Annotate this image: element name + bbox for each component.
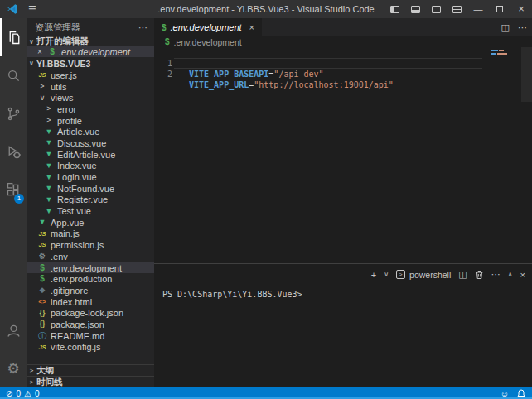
code-line-2: 2 VITE_APP_URL="http://localhost:19001/a… (154, 58, 532, 69)
code-editor[interactable]: 1 VITE_APP_BASEAPI="/api-dev" 2 VITE_APP… (154, 47, 532, 263)
editor-group: $ .env.development × ◫ ⋯ $ .env.developm… (154, 18, 532, 387)
shell-file-icon: $ (165, 37, 170, 46)
vue-icon: ▼ (43, 139, 55, 147)
vue-icon: ▼ (43, 174, 55, 181)
vscode-logo-icon (7, 3, 18, 15)
shell-icon: $ (36, 275, 48, 283)
minimap[interactable] (521, 47, 532, 102)
more-actions-icon[interactable]: ⋯ (138, 22, 148, 33)
json-icon: {} (36, 320, 48, 328)
vue-icon: ▼ (43, 185, 55, 192)
settings-gear-icon[interactable]: ⚙ (0, 349, 27, 387)
close-icon[interactable]: × (37, 47, 47, 56)
outline-section[interactable]: > 大纲 (27, 364, 154, 376)
url-link[interactable]: http://localhost:19001/api (259, 80, 389, 89)
js-icon: JS (36, 72, 48, 79)
chevron-right-icon: > (27, 367, 36, 374)
timeline-section[interactable]: > 时间线 (27, 376, 154, 387)
extensions-badge: 1 (14, 194, 24, 204)
minimap-marks (491, 50, 514, 56)
split-editor-icon[interactable]: ◫ (501, 22, 510, 33)
tree-item[interactable]: ⚙ .env (27, 251, 154, 262)
tree-item[interactable]: {} package.json (27, 319, 154, 330)
open-editor-label: .env.development (59, 47, 130, 57)
tree-item[interactable]: ▼ Register.vue (27, 195, 154, 206)
tree-item[interactable]: ▼ Article.vue (27, 126, 154, 137)
tree-item[interactable]: $ .env.production (27, 273, 154, 285)
explorer-icon[interactable] (0, 18, 27, 56)
tree-item[interactable]: ▼ EditArticle.vue (27, 149, 154, 161)
vue-icon: ▼ (43, 208, 55, 215)
shell-file-icon: $ (162, 23, 167, 32)
tree-item[interactable]: ▼ NotFound.vue (27, 183, 154, 195)
more-actions-icon[interactable]: ⋯ (518, 22, 527, 33)
more-actions-icon[interactable]: ⋯ (491, 269, 501, 280)
launch-profile-chevron-icon[interactable]: ∨ (384, 271, 389, 278)
tree-item[interactable]: <> index.html (27, 296, 154, 308)
tree-item[interactable]: > profile (27, 115, 154, 127)
tree-item[interactable]: ▼ Discuss.vue (27, 137, 154, 149)
breadcrumb-label: .env.development (174, 37, 242, 47)
menu-icon[interactable]: ☰ (28, 4, 36, 15)
account-icon[interactable] (0, 311, 27, 349)
project-root-folder[interactable]: ∨ YI.BBS.VUE3 (27, 57, 154, 70)
open-editor-item[interactable]: × $ .env.development (27, 46, 154, 57)
folder-collapsed-icon: > (43, 117, 55, 124)
tree-item[interactable]: > utils (27, 81, 154, 93)
shell-icon: $ (36, 264, 48, 272)
vue-icon: ▼ (43, 128, 55, 136)
kill-terminal-icon[interactable] (475, 270, 484, 280)
extensions-icon[interactable]: 1 (0, 171, 27, 209)
tree-item[interactable]: ▼ Login.vue (27, 171, 154, 183)
info-icon: ⓘ (36, 332, 48, 340)
explorer-sidebar: 资源管理器 ⋯ ∨ 打开的编辑器 × $ .env.development ∨ … (27, 18, 154, 387)
tree-item[interactable]: JS vite.config.js (27, 342, 154, 353)
split-terminal-icon[interactable]: ◫ (458, 269, 467, 280)
powershell-icon: > (396, 270, 405, 279)
tree-item[interactable]: $ .env.development (27, 262, 154, 274)
vscode-window: ☰ .env.development - Yi.BBS.Vue3 - Visua… (0, 0, 532, 399)
chevron-down-icon: ∨ (27, 38, 36, 46)
maximize-panel-icon[interactable]: ∧ (508, 271, 513, 278)
html-icon: <> (36, 299, 48, 305)
tree-item[interactable]: > error (27, 103, 154, 115)
maximize-button[interactable] (489, 0, 510, 18)
js-icon: JS (36, 242, 48, 248)
close-panel-icon[interactable]: × (520, 270, 525, 280)
tree-item[interactable]: ▼ App.vue (27, 217, 154, 228)
toggle-panel-icon[interactable] (411, 6, 420, 13)
file-tree: JS user.js > utils ∨ views > error > pro… (27, 70, 154, 353)
new-terminal-icon[interactable]: + (371, 270, 376, 280)
tree-item[interactable]: ◆ .gitignore (27, 285, 154, 296)
terminal-shell-name[interactable]: powershell (409, 270, 451, 280)
minimize-button[interactable]: — (467, 0, 489, 18)
tree-item[interactable]: ∨ views (27, 92, 154, 103)
toggle-secondary-sidebar-icon[interactable] (432, 6, 441, 13)
breadcrumb[interactable]: $ .env.development (154, 36, 532, 47)
js-icon: JS (36, 231, 48, 238)
folder-collapsed-icon: > (43, 105, 55, 113)
bottom-panel: + ∨ > powershell ◫ ⋯ ∧ × PS D:\CSharp\Yi… (154, 263, 532, 387)
close-window-button[interactable]: × (510, 0, 532, 18)
tree-item[interactable]: {} package-lock.json (27, 307, 154, 319)
source-control-icon[interactable] (0, 94, 27, 132)
tree-item[interactable]: ⓘ README.md (27, 330, 154, 342)
search-icon[interactable] (0, 56, 27, 94)
close-tab-icon[interactable]: × (249, 22, 254, 32)
shell-file-icon: $ (47, 47, 57, 56)
title-bar: ☰ .env.development - Yi.BBS.Vue3 - Visua… (0, 0, 532, 18)
customize-layout-icon[interactable] (452, 6, 462, 13)
run-and-debug-icon[interactable] (0, 132, 27, 171)
toggle-sidebar-icon[interactable] (390, 6, 399, 13)
terminal-prompt[interactable]: PS D:\CSharp\Yi\Yi.BBS.Vue3> (162, 290, 302, 299)
tree-item[interactable]: ▼ Index.vue (27, 161, 154, 172)
tree-item[interactable]: JS permission.js (27, 239, 154, 251)
json-icon: {} (36, 310, 48, 317)
open-editors-section[interactable]: ∨ 打开的编辑器 (27, 36, 154, 46)
vue-icon: ▼ (36, 219, 48, 226)
git-icon: ◆ (36, 286, 48, 294)
tree-item[interactable]: JS main.js (27, 228, 154, 240)
tree-item[interactable]: ▼ Test.vue (27, 205, 154, 217)
tab-env-development[interactable]: $ .env.development × (154, 18, 262, 36)
tree-item[interactable]: JS user.js (27, 70, 154, 81)
